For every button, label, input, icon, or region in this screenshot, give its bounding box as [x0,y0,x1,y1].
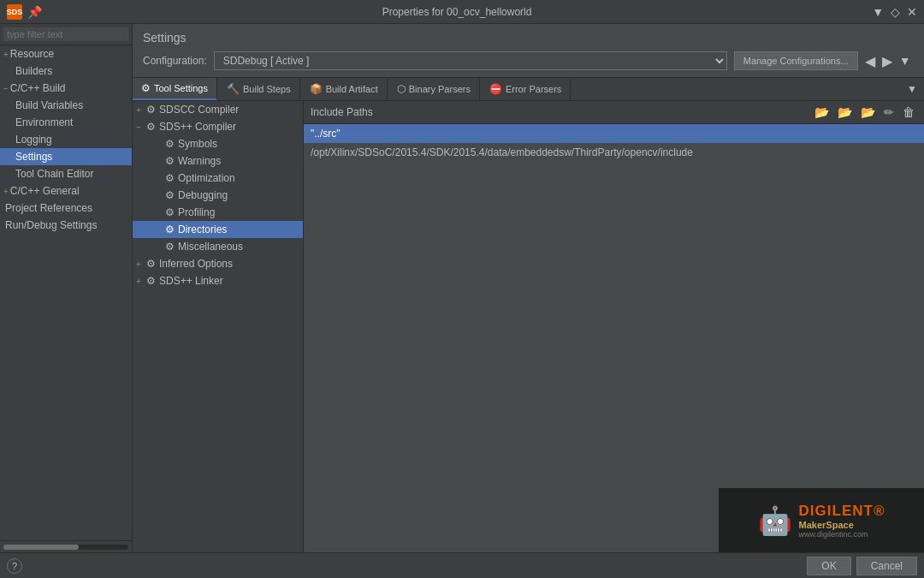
tab-label-binary-parsers: Binary Parsers [409,84,471,94]
filter-input[interactable] [3,27,128,41]
tabs-menu-button[interactable]: ▼ [900,79,924,99]
add-filesystem-button[interactable]: 📂 [858,104,878,120]
tool-tree-item-symbols[interactable]: ⚙Symbols [133,135,303,152]
add-include-button[interactable]: 📂 [812,104,832,120]
tool-tree-label-inferred-options: Inferred Options [159,258,233,270]
tool-tree-expand-inferred-options: + [136,259,145,269]
close-button[interactable]: ✕ [907,5,917,19]
sidebar-scrollbar[interactable] [0,540,132,552]
content-area: +⚙SDSCC Compiler−⚙SDS++ Compiler⚙Symbols… [133,101,924,552]
tool-tree-label-profiling: Profiling [178,206,215,218]
sidebar-label-project-references: Project References [5,202,92,214]
include-item-opencv[interactable]: /opt/Xilinx/SDSoC/2015.4/SDK/2015.4/data… [304,143,924,162]
maximize-button[interactable]: ◇ [891,5,900,19]
tool-tree-label-sds++-linker: SDS++ Linker [159,275,223,287]
help-button[interactable]: ? [7,558,22,574]
tool-tree-icon-optimization: ⚙ [165,172,175,184]
tool-tree-icon-symbols: ⚙ [165,138,175,150]
include-list: "../src"/opt/Xilinx/SDSoC/2015.4/SDK/201… [304,124,924,552]
titlebar-controls: ▼ ◇ ✕ [872,5,917,19]
tool-settings-tree: +⚙SDSCC Compiler−⚙SDS++ Compiler⚙Symbols… [133,101,304,552]
sidebar-label-builders: Builders [15,65,52,77]
add-workspace-button[interactable]: 📂 [835,104,855,120]
sidebar-label-cpp-general: C/C++ General [10,185,80,197]
sidebar-item-logging[interactable]: Logging [0,131,132,148]
tab-build-steps[interactable]: 🔨Build Steps [218,79,300,99]
tab-icon-binary-parsers: ⬡ [397,83,406,95]
tool-tree-icon-profiling: ⚙ [165,206,175,218]
tool-tree-icon-sds++-linker: ⚙ [146,275,156,287]
tab-tool-settings[interactable]: ⚙Tool Settings [133,78,217,100]
tool-tree-label-debugging: Debugging [178,189,228,201]
tool-tree-item-optimization[interactable]: ⚙Optimization [133,170,303,187]
sidebar-item-settings[interactable]: Settings [0,148,132,165]
tool-tree-item-miscellaneous[interactable]: ⚙Miscellaneous [133,238,303,255]
expand-icon-cpp-build: − [3,84,9,93]
delete-include-button[interactable]: 🗑 [900,104,917,120]
pin-icon[interactable]: 📌 [27,5,42,19]
tab-icon-build-steps: 🔨 [227,83,240,95]
cancel-button[interactable]: Cancel [856,557,917,575]
tool-tree-item-directories[interactable]: ⚙Directories [133,221,303,238]
sidebar-item-cpp-general[interactable]: +C/C++ General [0,182,132,200]
sidebar-item-project-references[interactable]: Project References [0,200,132,217]
config-row: Configuration: SDDebug [ Active ] Manage… [143,51,914,70]
include-toolbar: Include Paths 📂 📂 📂 ✏ 🗑 [304,101,924,124]
nav-prev-icon[interactable]: ◀ [865,53,875,69]
nav-next-icon[interactable]: ▶ [882,53,892,69]
tab-label-error-parsers: Error Parsers [506,84,561,94]
sidebar-item-builders[interactable]: Builders [0,63,132,80]
sidebar-label-environment: Environment [15,116,73,128]
tab-error-parsers[interactable]: ⛔Error Parsers [481,79,571,99]
sidebar-item-resource[interactable]: +Resource [0,45,132,63]
tool-tree-expand-sds++-compiler: − [136,122,145,132]
ok-button[interactable]: OK [807,557,850,575]
tool-tree-icon-warnings: ⚙ [165,155,175,167]
scrollbar-track[interactable] [3,545,128,550]
tool-tree-item-profiling[interactable]: ⚙Profiling [133,204,303,221]
edit-include-button[interactable]: ✏ [881,104,897,120]
tab-label-build-steps: Build Steps [243,84,291,94]
tab-build-artifact[interactable]: 📦Build Artifact [301,79,388,99]
sidebar: ✕ +ResourceBuilders−C/C++ BuildBuild Var… [0,24,133,552]
sidebar-tree: +ResourceBuilders−C/C++ BuildBuild Varia… [0,45,132,540]
sidebar-item-run-debug-settings[interactable]: Run/Debug Settings [0,217,132,234]
tab-label-build-artifact: Build Artifact [326,84,378,94]
expand-icon-cpp-general: + [3,187,9,196]
tab-icon-build-artifact: 📦 [310,83,323,95]
nav-menu-icon[interactable]: ▼ [899,54,911,68]
sidebar-item-cpp-build[interactable]: −C/C++ Build [0,80,132,97]
sidebar-item-environment[interactable]: Environment [0,114,132,131]
main-area: ✕ +ResourceBuilders−C/C++ BuildBuild Var… [0,24,924,552]
sds-logo: SDS [7,4,22,20]
tool-tree-label-sdscc-compiler: SDSCC Compiler [159,104,239,116]
filter-bar: ✕ [0,24,132,45]
tab-label-tool-settings: Tool Settings [154,83,208,93]
include-item-src[interactable]: "../src" [304,124,924,143]
tool-tree-item-sds++-compiler[interactable]: −⚙SDS++ Compiler [133,118,303,135]
tool-tree-label-sds++-compiler: SDS++ Compiler [159,121,236,133]
sidebar-label-build-variables: Build Variables [15,99,83,111]
tool-tree-expand-sdscc-compiler: + [136,105,145,115]
tool-tree-icon-debugging: ⚙ [165,189,175,201]
minimize-button[interactable]: ▼ [872,5,884,19]
tool-tree-label-optimization: Optimization [178,172,235,184]
include-paths-title: Include Paths [311,106,373,118]
sidebar-item-build-variables[interactable]: Build Variables [0,97,132,114]
tool-tree-label-warnings: Warnings [178,155,221,167]
config-select[interactable]: SDDebug [ Active ] [214,51,727,70]
tool-tree-item-warnings[interactable]: ⚙Warnings [133,152,303,170]
tool-tree-item-sds++-linker[interactable]: +⚙SDS++ Linker [133,272,303,289]
tool-tree-item-debugging[interactable]: ⚙Debugging [133,187,303,204]
sidebar-label-cpp-build: C/C++ Build [10,82,66,94]
tool-tree-label-miscellaneous: Miscellaneous [178,241,243,253]
manage-configurations-button[interactable]: Manage Configurations... [734,51,858,70]
scrollbar-thumb [3,545,79,550]
tool-tree-item-inferred-options[interactable]: +⚙Inferred Options [133,255,303,272]
bottom-left: ? [7,558,22,574]
tabs-bar: ⚙Tool Settings🔨Build Steps📦Build Artifac… [133,78,924,101]
tool-tree-icon-sdscc-compiler: ⚙ [146,104,156,116]
tab-binary-parsers[interactable]: ⬡Binary Parsers [388,79,480,99]
tool-tree-item-sdscc-compiler[interactable]: +⚙SDSCC Compiler [133,101,303,118]
sidebar-item-tool-chain-editor[interactable]: Tool Chain Editor [0,165,132,182]
